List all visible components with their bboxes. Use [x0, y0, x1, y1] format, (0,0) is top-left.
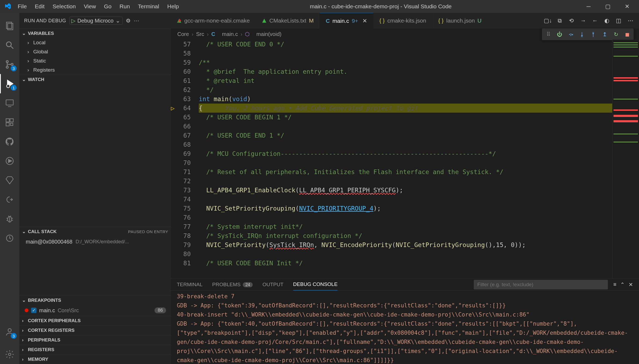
section-callstack[interactable]: ⌄CALL STACKPAUSED ON ENTRY: [19, 227, 171, 236]
bug-icon[interactable]: [0, 209, 19, 229]
menu-file[interactable]: File: [14, 2, 31, 11]
drag-handle-icon[interactable]: ⠿: [543, 30, 553, 39]
svg-point-2: [6, 42, 11, 47]
editor-actions: ▢↓ ⧉ ⟲ → ← ◐ ◫ ⋯: [539, 13, 639, 28]
tab-launch-json[interactable]: { } launch.json U: [432, 13, 488, 28]
svg-point-5: [6, 66, 8, 68]
next-icon[interactable]: ←: [591, 16, 599, 25]
untracked-indicator: U: [478, 17, 482, 24]
menu-go[interactable]: Go: [100, 2, 115, 11]
restart-icon[interactable]: ↻: [611, 30, 621, 39]
maximize-button[interactable]: ▢: [598, 0, 618, 13]
menu-help[interactable]: Help: [163, 2, 182, 11]
frame-name: main@0x08000468: [26, 239, 72, 245]
cmake-icon: [262, 18, 267, 23]
tab-cmake-toolchain[interactable]: gcc-arm-none-eabi.cmake: [171, 13, 256, 28]
close-tab-icon[interactable]: ✕: [362, 18, 367, 24]
debug-toolbar[interactable]: ⠿ ⏻ ⤼ ⭳ ⭱ ↥ ↻ ◼: [542, 28, 634, 40]
step-into-icon[interactable]: ⭳: [577, 30, 587, 39]
cmake-icon: [177, 18, 182, 23]
tab-cmakelists[interactable]: CMakeLists.txt M: [256, 13, 320, 28]
section-peripherals[interactable]: ›PERIPHERALS: [19, 335, 171, 345]
next-change-icon[interactable]: →: [579, 16, 587, 25]
more-editor-actions-icon[interactable]: ⋯: [626, 16, 635, 25]
modified-indicator: M: [309, 17, 314, 24]
scope-static[interactable]: ›Static: [19, 56, 171, 65]
remote-explorer-icon[interactable]: [0, 93, 19, 113]
prev-change-icon[interactable]: ⟲: [567, 16, 576, 25]
debug-badge: 1: [11, 85, 17, 91]
continue-icon[interactable]: ⏻: [555, 30, 564, 39]
debug-console-output[interactable]: 39-break-delete 7GDB -> App: {"token":39…: [171, 291, 639, 364]
section-watch[interactable]: ⌄WATCH: [19, 75, 171, 84]
compare-icon[interactable]: ⧉: [555, 16, 564, 25]
github-icon[interactable]: [0, 132, 19, 151]
extensions-icon[interactable]: [0, 113, 19, 132]
close-button[interactable]: ✕: [618, 0, 637, 13]
minimize-button[interactable]: ─: [579, 0, 598, 13]
toggle-icon[interactable]: ◐: [603, 16, 611, 25]
run-debug-icon[interactable]: 1: [0, 74, 19, 93]
breakpoint-line-badge: 86: [155, 307, 166, 313]
launch-config-dropdown[interactable]: ▷ Debug Microco ⌄: [69, 17, 123, 25]
tab-main-c[interactable]: C main.c 9+ ✕: [320, 13, 373, 28]
tab-cmake-kits[interactable]: { } cmake-kits.json: [373, 13, 432, 28]
callstack-frame[interactable]: main@0x08000468 D:/_WORK/embedded/...: [19, 236, 171, 247]
breakpoint-file: main.c: [39, 307, 55, 314]
scope-global[interactable]: ›Global: [19, 47, 171, 56]
breakpoint-row[interactable]: ✓ main.c Core\Src 86: [19, 305, 171, 316]
code-editor[interactable]: ▷ 57585960616263646566676869707172737475…: [171, 40, 612, 278]
step-over-icon[interactable]: ⤼: [566, 30, 576, 39]
menu-view[interactable]: View: [80, 2, 100, 11]
section-cortex-registers[interactable]: ›CORTEX REGISTERS: [19, 325, 171, 335]
menu-terminal[interactable]: Terminal: [134, 2, 163, 11]
panel-tab-problems[interactable]: PROBLEMS24: [212, 279, 253, 290]
panel-tab-terminal[interactable]: TERMINAL: [177, 279, 203, 290]
svg-line-19: [12, 218, 13, 219]
source-control-icon[interactable]: 3: [0, 55, 19, 74]
section-breakpoints[interactable]: ⌄BREAKPOINTS: [19, 295, 171, 305]
section-cortex-peripherals[interactable]: ›CORTEX PERIPHERALS: [19, 316, 171, 325]
svg-line-21: [9, 216, 9, 216]
panel-tab-debug-console[interactable]: DEBUG CONSOLE: [293, 279, 338, 291]
run-debug-header: RUN AND DEBUG ▷ Debug Microco ⌄ ⚙ ⋯: [19, 13, 171, 28]
run-action-icon[interactable]: ▢↓: [543, 16, 552, 25]
settings-gear-icon[interactable]: [0, 345, 19, 364]
scope-local[interactable]: ›Local: [19, 38, 171, 47]
project-icon[interactable]: [0, 171, 19, 190]
section-variables[interactable]: ⌄VARIABLES: [19, 28, 171, 38]
close-panel-icon[interactable]: ✕: [629, 281, 633, 288]
activity-bar: 3 1 3: [0, 13, 19, 364]
open-launch-json-icon[interactable]: ⚙: [126, 17, 131, 24]
test-icon[interactable]: [0, 151, 19, 171]
more-actions-icon[interactable]: ⋯: [134, 17, 139, 24]
split-editor-icon[interactable]: ◫: [614, 16, 623, 25]
breadcrumb[interactable]: Core› Src› C main.c› ⬡ main(void) ⠿ ⏻ ⤼ …: [171, 28, 639, 40]
minimap[interactable]: [612, 40, 639, 278]
live-share-icon[interactable]: [0, 190, 19, 209]
explorer-icon[interactable]: [0, 16, 19, 35]
step-back-icon[interactable]: ↥: [600, 30, 609, 39]
svg-line-18: [6, 220, 8, 221]
section-memory[interactable]: ›MEMORY: [19, 354, 171, 364]
filter-input[interactable]: [474, 280, 608, 289]
menu-run[interactable]: Run: [116, 2, 134, 11]
svg-point-4: [6, 61, 8, 63]
menu-edit[interactable]: Edit: [31, 2, 48, 11]
sync-icon[interactable]: [0, 229, 19, 248]
step-out-icon[interactable]: ⭱: [589, 30, 598, 39]
section-registers[interactable]: ›REGISTERS: [19, 345, 171, 354]
stop-icon[interactable]: ◼: [622, 30, 632, 39]
breakpoint-folder: Core\Src: [58, 307, 79, 314]
breakpoint-checkbox[interactable]: ✓: [31, 308, 36, 313]
list-icon[interactable]: ≡: [613, 281, 616, 288]
scope-registers[interactable]: ›Registers: [19, 65, 171, 75]
start-debug-icon[interactable]: ▷: [71, 17, 75, 24]
search-icon[interactable]: [0, 35, 19, 55]
maximize-panel-icon[interactable]: ⌃: [620, 281, 625, 288]
editor-tabs: gcc-arm-none-eabi.cmake CMakeLists.txt M…: [171, 13, 639, 28]
menu-selection[interactable]: Selection: [49, 2, 79, 11]
window-title: main.c - cube-ide-cmake-demo-proj - Visu…: [183, 3, 579, 10]
accounts-icon[interactable]: 3: [0, 322, 19, 341]
panel-tab-output[interactable]: OUTPUT: [262, 279, 283, 290]
